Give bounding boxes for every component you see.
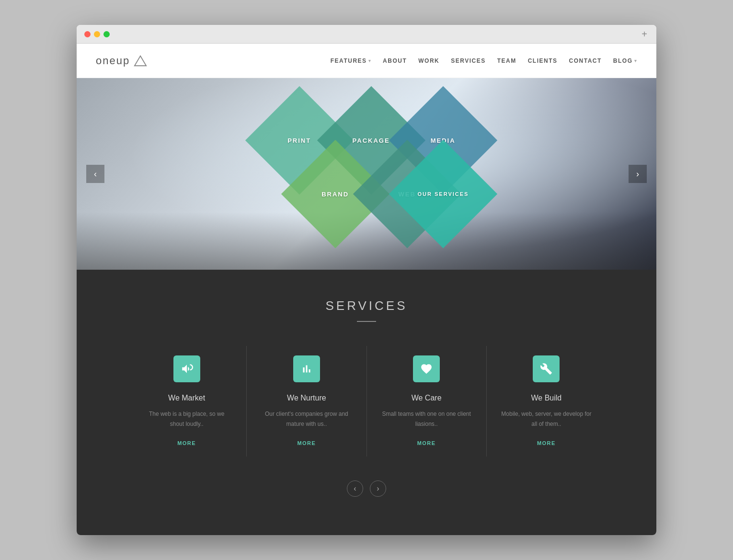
nav-about[interactable]: ABOUT <box>383 57 407 64</box>
service-care-icon <box>413 355 440 382</box>
svg-marker-0 <box>135 56 146 66</box>
logo-triangle-icon <box>134 54 147 68</box>
slider-next-button[interactable]: › <box>629 165 647 183</box>
diamond-grid: PRINT PACKAGE MEDIA BRAND WEB OUR SERVIC… <box>232 92 501 255</box>
service-care-title: We Care <box>381 394 472 402</box>
logo-text: oneup <box>96 55 130 67</box>
service-build-desc: Mobile, web, server, we develop for all … <box>501 409 592 429</box>
services-nav-next[interactable]: › <box>370 480 386 497</box>
dot-green[interactable] <box>103 31 110 37</box>
browser-chrome: + <box>77 25 656 44</box>
service-nurture-icon <box>293 355 320 382</box>
service-market-desc: The web is a big place, so we shout loud… <box>141 409 232 429</box>
blog-dropdown-arrow: ▾ <box>634 58 638 63</box>
main-nav: FEATURES ▾ ABOUT WORK SERVICES TEAM CLIE… <box>331 57 637 64</box>
services-nav-prev[interactable]: ‹ <box>347 480 363 497</box>
nav-team[interactable]: TEAM <box>497 57 516 64</box>
browser-dots <box>84 31 110 37</box>
service-nurture-more[interactable]: MORE <box>297 440 316 446</box>
services-divider <box>357 321 376 322</box>
services-slider-nav: ‹ › <box>96 480 637 497</box>
site-header: oneup FEATURES ▾ ABOUT WORK SERVICES TEA… <box>77 44 656 78</box>
service-nurture: We Nurture Our client's companies grow a… <box>247 346 366 457</box>
service-care: We Care Small teams with one on one clie… <box>367 346 487 457</box>
nav-clients[interactable]: CLIENTS <box>528 57 558 64</box>
browser-window: + oneup FEATURES ▾ ABOUT WORK SERVICES T… <box>77 25 656 535</box>
nav-services[interactable]: SERVICES <box>451 57 485 64</box>
service-nurture-desc: Our client's companies grow and mature w… <box>261 409 352 429</box>
hero-section: ‹ PRINT PACKAGE MEDIA BRAND WEB <box>77 78 656 270</box>
service-market-title: We Market <box>141 394 232 402</box>
nav-work[interactable]: WORK <box>418 57 439 64</box>
logo[interactable]: oneup <box>96 54 147 68</box>
diamond-our-services-label: OUR SERVICES <box>405 191 481 197</box>
service-build-more[interactable]: MORE <box>537 440 556 446</box>
services-grid: We Market The web is a big place, so we … <box>127 346 606 457</box>
service-market-icon <box>173 355 200 382</box>
service-care-desc: Small teams with one on one client liasi… <box>381 409 472 429</box>
services-section: SERVICES We Market The web is a big plac… <box>77 270 656 535</box>
service-market: We Market The web is a big place, so we … <box>127 346 247 457</box>
service-market-more[interactable]: MORE <box>177 440 196 446</box>
nav-contact[interactable]: CONTACT <box>569 57 602 64</box>
nav-blog[interactable]: BLOG ▾ <box>613 57 637 64</box>
dot-yellow[interactable] <box>94 31 100 37</box>
service-build-title: We Build <box>501 394 592 402</box>
dot-red[interactable] <box>84 31 91 37</box>
service-build: We Build Mobile, web, server, we develop… <box>487 346 606 457</box>
add-tab-button[interactable]: + <box>640 30 649 38</box>
service-build-icon <box>533 355 560 382</box>
slider-prev-button[interactable]: ‹ <box>86 165 104 183</box>
service-nurture-title: We Nurture <box>261 394 352 402</box>
service-care-more[interactable]: MORE <box>417 440 436 446</box>
nav-features[interactable]: FEATURES ▾ <box>331 57 371 64</box>
features-dropdown-arrow: ▾ <box>368 58 372 63</box>
services-title: SERVICES <box>96 298 637 313</box>
